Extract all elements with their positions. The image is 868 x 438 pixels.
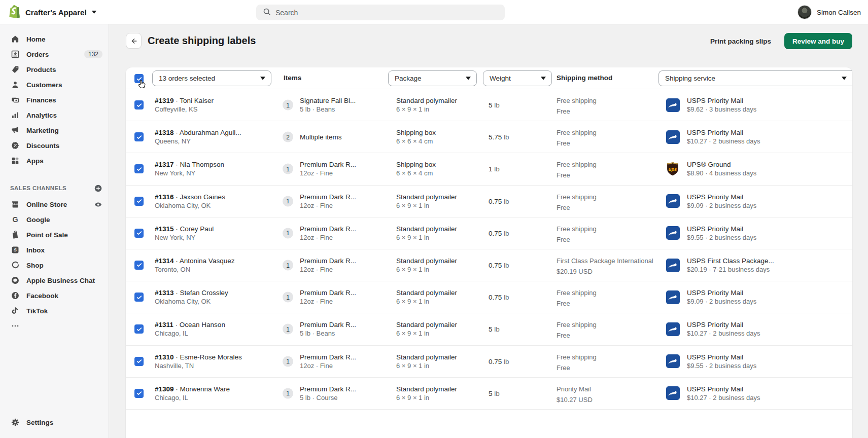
package-dimensions: 6 × 9 × 1 in	[396, 265, 457, 274]
add-channel-button[interactable]	[93, 184, 102, 193]
channel-item-shop[interactable]: Shop	[0, 258, 109, 273]
avatar	[797, 5, 812, 19]
order-line: #1316 · Jaxson Gaines	[155, 193, 225, 201]
order-line: #1318 · Abdurahman Aguil...	[155, 128, 241, 137]
shipping-method-cell: Free shippingFree	[557, 286, 597, 308]
item-title: Premium Dark R...	[300, 385, 356, 393]
dots-icon	[10, 321, 20, 331]
inbox-icon: S	[10, 245, 20, 255]
order-line: #1313 · Stefan Crossley	[155, 288, 228, 297]
row-checkbox[interactable]	[134, 324, 144, 334]
print-packing-slips-button[interactable]: Print packing slips	[710, 38, 771, 45]
sidebar-item-apps[interactable]: Apps	[0, 153, 109, 168]
qty-cell: 1	[283, 196, 293, 206]
sidebar-item-label: Customers	[26, 81, 102, 89]
row-checkbox[interactable]	[134, 100, 144, 110]
sidebar-item-discounts[interactable]: Discounts	[0, 138, 109, 153]
order-number: #1309	[155, 385, 174, 393]
item-cell: Multiple items	[300, 133, 342, 141]
table-row: #1313 · Stefan CrossleyOklahoma City, OK…	[126, 281, 852, 313]
package-cell: Standard polymailer6 × 9 × 1 in	[396, 96, 457, 114]
review-and-buy-button[interactable]: Review and buy	[784, 33, 852, 49]
order-number: #1310	[155, 353, 174, 361]
weight-cell: 5 lb	[489, 389, 500, 397]
marketing-icon	[10, 125, 20, 135]
channel-item-label: Google	[26, 216, 102, 224]
row-checkbox[interactable]	[134, 293, 144, 302]
search-input[interactable]	[275, 9, 499, 17]
store-switcher[interactable]: Crafter's Apparel	[5, 0, 100, 24]
item-title: Premium Dark R...	[300, 288, 356, 297]
service-detail: $10.27 · 2 business days	[687, 137, 760, 145]
store-name: Crafter's Apparel	[25, 8, 87, 17]
item-title: Premium Dark R...	[300, 353, 356, 361]
table-header: 13 orders selected Items Package Weight …	[126, 67, 852, 89]
table-row: #1309 · Morwenna WareChicago, IL1Premium…	[126, 378, 852, 410]
sidebar-item-products[interactable]: Products	[0, 62, 109, 77]
sidebar-item-settings[interactable]: Settings	[0, 415, 109, 430]
table-row: #1318 · Abdurahman Aguil...Queens, NY2Mu…	[126, 121, 852, 153]
sidebar-item-orders[interactable]: Orders132	[0, 47, 109, 62]
channel-item-more[interactable]	[0, 318, 109, 334]
sidebar-item-marketing[interactable]: Marketing	[0, 123, 109, 138]
row-checkbox[interactable]	[134, 261, 144, 270]
row-checkbox[interactable]	[134, 197, 144, 206]
row-checkbox[interactable]	[134, 132, 144, 141]
package-dropdown[interactable]: Package	[388, 70, 477, 86]
shopify-logo-icon	[8, 5, 21, 20]
row-checkbox[interactable]	[134, 357, 144, 366]
channel-item-point-of-sale[interactable]: Point of Sale	[0, 227, 109, 242]
sidebar-item-home[interactable]: Home	[0, 31, 109, 47]
search-icon	[262, 7, 271, 18]
channel-item-apple-business-chat[interactable]: Apple Business Chat	[0, 273, 109, 288]
sidebar-item-finances[interactable]: Finances	[0, 92, 109, 107]
eye-icon[interactable]	[93, 200, 102, 209]
ups-logo: ups	[666, 162, 680, 176]
service-detail: $9.62 · 3 business days	[687, 105, 756, 114]
channel-item-inbox[interactable]: SInbox	[0, 242, 109, 258]
customer-name: Esme-Rose Morales	[180, 353, 242, 361]
sidebar-item-label: Orders	[26, 51, 78, 58]
service-detail: $10.27 · 2 business days	[687, 393, 760, 402]
weight-dropdown[interactable]: Weight	[483, 70, 552, 86]
weight-value: 0.75	[489, 197, 502, 205]
shipping-service-cell: USPS Priority Mail$9.09 · 2 business day…	[666, 288, 756, 306]
shipping-service-cell: upsUPS® Ground$8.90 · 4 business days	[666, 160, 756, 177]
shipping-method-price: Free	[557, 107, 597, 116]
tiktok-icon	[10, 306, 20, 316]
row-checkbox[interactable]	[134, 229, 144, 238]
weight-value: 5.75	[489, 133, 502, 141]
sales-channels-label: SALES CHANNELS	[10, 185, 93, 191]
orders-selected-dropdown[interactable]: 13 orders selected	[152, 70, 271, 86]
chat-icon	[10, 275, 20, 285]
shipping-service-cell: USPS Priority Mail$9.62 · 3 business day…	[666, 96, 756, 114]
select-all-checkbox[interactable]	[134, 74, 144, 83]
sidebar-item-analytics[interactable]: Analytics	[0, 107, 109, 123]
row-checkbox[interactable]	[134, 389, 144, 398]
shipping-service-dropdown[interactable]: Shipping service	[658, 70, 852, 86]
order-location: New York, NY	[155, 169, 224, 177]
channel-item-online-store[interactable]: Online Store	[0, 197, 109, 212]
row-checkbox[interactable]	[134, 164, 144, 173]
pos-icon	[10, 230, 20, 240]
customer-name: Antonina Vasquez	[180, 257, 235, 265]
channel-item-tiktok[interactable]: TikTok	[0, 303, 109, 318]
weight-unit: lb	[504, 133, 509, 141]
usps-logo	[666, 386, 680, 400]
sidebar-item-customers[interactable]: Customers	[0, 77, 109, 92]
service-text: USPS First Class Package...$20.19 · 7-21…	[687, 257, 774, 274]
search-bar[interactable]	[256, 5, 505, 20]
channel-item-facebook[interactable]: Facebook	[0, 288, 109, 303]
weight-value: 5	[489, 389, 493, 397]
shipping-method-cell: Free shippingFree	[557, 94, 597, 116]
dot-separator: ·	[176, 225, 178, 233]
sidebar-item-label: Apps	[26, 157, 102, 165]
package-name: Standard polymailer	[396, 96, 457, 105]
back-button[interactable]	[126, 33, 142, 49]
package-cell: Standard polymailer6 × 9 × 1 in	[396, 320, 457, 338]
channel-item-google[interactable]: GGoogle	[0, 212, 109, 227]
user-menu[interactable]: Simon Callsen	[797, 0, 861, 24]
item-title: Premium Dark R...	[300, 160, 356, 169]
package-dimensions: 6 × 9 × 1 in	[396, 393, 457, 402]
items-column-header: Items	[284, 74, 301, 82]
